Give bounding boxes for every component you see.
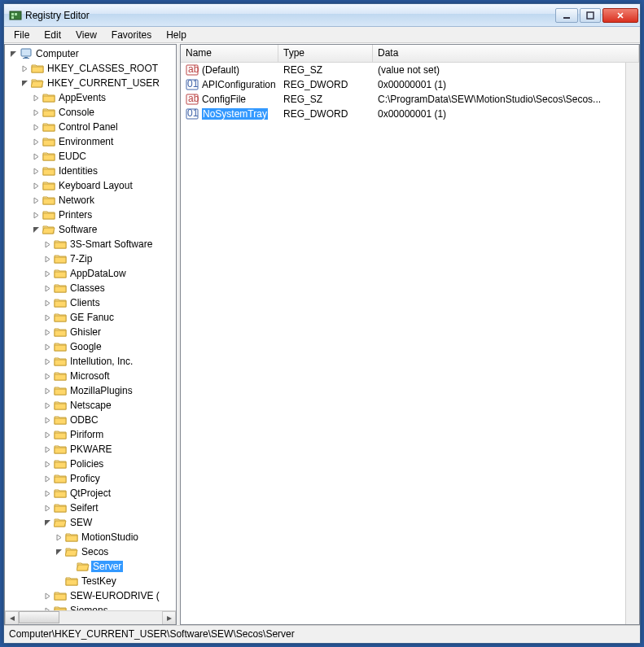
tree-sew[interactable]: SEW <box>42 515 176 530</box>
tree-item[interactable]: Console <box>31 105 176 120</box>
expander-icon[interactable] <box>42 518 52 527</box>
tree-testkey[interactable]: TestKey <box>54 574 176 588</box>
expander-icon[interactable] <box>42 503 52 513</box>
tree-item[interactable]: PKWARE <box>42 442 176 457</box>
tree-item[interactable]: Keyboard Layout <box>31 178 176 193</box>
value-row[interactable]: 011NoSystemTrayREG_DWORD0x00000001 (1) <box>181 107 625 121</box>
expander-icon[interactable] <box>42 239 52 249</box>
expander-icon[interactable] <box>42 591 52 601</box>
expander-icon[interactable] <box>42 269 52 278</box>
col-header-type[interactable]: Type <box>278 45 373 62</box>
expander-icon[interactable] <box>31 93 41 103</box>
tree-item[interactable]: 3S-Smart Software <box>42 237 176 251</box>
scroll-thumb[interactable] <box>19 611 59 623</box>
menu-view[interactable]: View <box>69 28 103 42</box>
tree-item[interactable]: MozillaPlugins <box>42 383 176 398</box>
col-header-name[interactable]: Name <box>181 45 278 62</box>
tree-item[interactable]: Google <box>42 339 176 354</box>
expander-icon[interactable] <box>42 415 52 425</box>
tree-item[interactable]: Proficy <box>42 471 176 486</box>
tree-server[interactable]: Server <box>65 559 176 574</box>
list-vscrollbar[interactable] <box>625 63 639 624</box>
expander-icon[interactable] <box>31 151 41 161</box>
expander-icon[interactable] <box>31 195 41 205</box>
expander-icon[interactable] <box>31 225 41 234</box>
tree-item[interactable]: Policies <box>42 457 176 471</box>
tree-item[interactable]: Piriform <box>42 427 176 442</box>
maximize-button[interactable] <box>580 8 601 23</box>
expander-icon[interactable] <box>42 386 52 396</box>
tree-item[interactable]: Microsoft <box>42 369 176 383</box>
menu-help[interactable]: Help <box>160 28 193 42</box>
tree-item[interactable]: QtProject <box>42 486 176 501</box>
tree-hscrollbar[interactable]: ◂ ▸ <box>5 610 176 624</box>
expander-icon[interactable] <box>42 488 52 498</box>
expander-icon[interactable] <box>31 210 41 220</box>
tree-item[interactable]: Siemens <box>42 603 176 610</box>
close-button[interactable] <box>602 8 638 23</box>
expander-icon[interactable] <box>20 63 29 73</box>
tree-item[interactable]: Seifert <box>42 501 176 515</box>
expander-icon[interactable] <box>42 474 52 483</box>
tree-item[interactable]: ODBC <box>42 413 176 427</box>
expander-icon[interactable] <box>8 49 18 59</box>
tree-item[interactable]: EUDC <box>31 149 176 164</box>
tree-item[interactable]: Netscape <box>42 398 176 413</box>
tree-item[interactable]: AppEvents <box>31 90 176 105</box>
scroll-left-button[interactable]: ◂ <box>5 611 19 625</box>
tree-item[interactable]: 7-Zip <box>42 251 176 266</box>
expander-icon[interactable] <box>42 430 52 439</box>
expander-icon[interactable] <box>42 444 52 454</box>
value-row[interactable]: 011APIConfigurationREG_DWORD0x00000001 (… <box>181 77 625 92</box>
tree-secos[interactable]: Secos <box>54 544 176 559</box>
tree-item[interactable]: AppDataLow <box>42 266 176 281</box>
expander-icon[interactable] <box>42 283 52 293</box>
scroll-track[interactable] <box>19 611 162 625</box>
tree-item[interactable]: GE Fanuc <box>42 310 176 325</box>
tree-item[interactable]: Control Panel <box>31 120 176 134</box>
expander-icon[interactable] <box>20 78 29 88</box>
expander-icon[interactable] <box>31 181 41 190</box>
tree-software[interactable]: Software <box>31 222 176 237</box>
menu-file[interactable]: File <box>7 28 36 42</box>
expander-icon[interactable] <box>31 137 41 146</box>
expander-icon[interactable] <box>42 327 52 337</box>
expander-icon[interactable] <box>31 166 41 176</box>
expander-icon[interactable] <box>42 313 52 322</box>
tree-item[interactable]: Classes <box>42 281 176 295</box>
minimize-button[interactable] <box>555 8 578 23</box>
tree-computer[interactable]: Computer <box>8 46 176 61</box>
col-header-data[interactable]: Data <box>373 45 639 62</box>
tree-item[interactable]: Intellution, Inc. <box>42 354 176 369</box>
expander-icon[interactable] <box>42 400 52 410</box>
tree-item[interactable]: Network <box>31 193 176 208</box>
tree-item[interactable]: SEW-EURODRIVE ( <box>42 588 176 603</box>
expander-icon[interactable] <box>54 532 64 542</box>
tree-item-label: Netscape <box>68 400 113 411</box>
tree-motionstudio[interactable]: MotionStudio <box>54 530 176 544</box>
value-row[interactable]: abConfigFileREG_SZC:\ProgramData\SEW\Mot… <box>181 92 625 107</box>
expander-icon[interactable] <box>31 122 41 132</box>
expander-icon[interactable] <box>42 254 52 264</box>
menu-favorites[interactable]: Favorites <box>105 28 158 42</box>
scroll-right-button[interactable]: ▸ <box>162 611 176 625</box>
expander-icon[interactable] <box>42 459 52 469</box>
tree-hkcr[interactable]: HKEY_CLASSES_ROOT <box>20 61 176 76</box>
value-row[interactable]: ab(Default)REG_SZ(value not set) <box>181 63 625 77</box>
tree-hkcu[interactable]: HKEY_CURRENT_USER <box>20 76 176 90</box>
expander-icon[interactable] <box>42 342 52 352</box>
expander-icon[interactable] <box>54 547 64 557</box>
menu-edit[interactable]: Edit <box>37 28 68 42</box>
tree-item[interactable]: Ghisler <box>42 325 176 339</box>
registry-tree[interactable]: ComputerHKEY_CLASSES_ROOTHKEY_CURRENT_US… <box>5 45 176 610</box>
expander-icon[interactable] <box>42 298 52 308</box>
tree-item[interactable]: Clients <box>42 295 176 310</box>
tree-item[interactable]: Printers <box>31 208 176 222</box>
titlebar[interactable]: Registry Editor <box>4 4 640 27</box>
list-rows[interactable]: ab(Default)REG_SZ(value not set)011APICo… <box>181 63 625 624</box>
expander-icon[interactable] <box>31 107 41 117</box>
expander-icon[interactable] <box>42 371 52 381</box>
tree-item[interactable]: Environment <box>31 134 176 149</box>
expander-icon[interactable] <box>42 356 52 366</box>
tree-item[interactable]: Identities <box>31 164 176 178</box>
